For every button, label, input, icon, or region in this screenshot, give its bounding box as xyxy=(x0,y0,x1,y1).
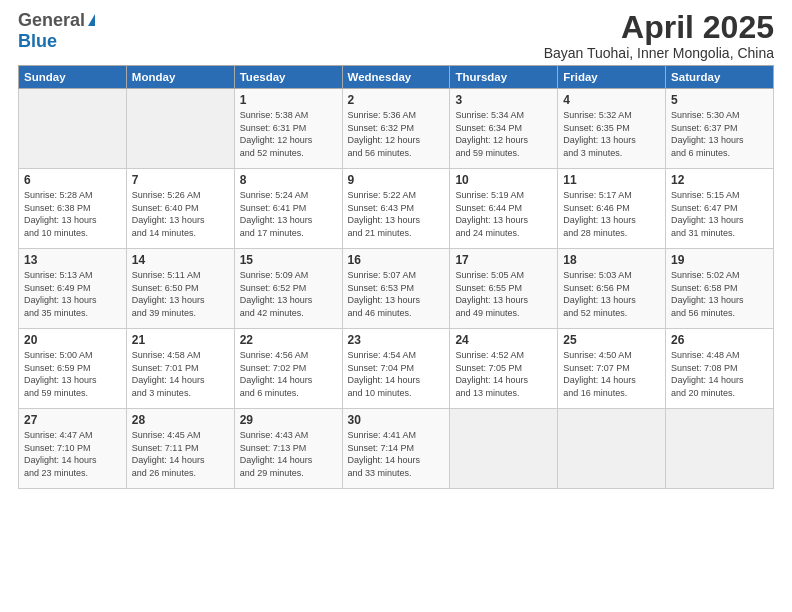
day-number: 23 xyxy=(348,333,445,347)
calendar-cell: 13Sunrise: 5:13 AM Sunset: 6:49 PM Dayli… xyxy=(19,249,127,329)
calendar-cell: 1Sunrise: 5:38 AM Sunset: 6:31 PM Daylig… xyxy=(234,89,342,169)
day-info: Sunrise: 5:05 AM Sunset: 6:55 PM Dayligh… xyxy=(455,269,552,319)
day-number: 8 xyxy=(240,173,337,187)
day-number: 16 xyxy=(348,253,445,267)
logo-blue: Blue xyxy=(18,31,57,51)
calendar-cell: 29Sunrise: 4:43 AM Sunset: 7:13 PM Dayli… xyxy=(234,409,342,489)
day-number: 1 xyxy=(240,93,337,107)
day-info: Sunrise: 5:02 AM Sunset: 6:58 PM Dayligh… xyxy=(671,269,768,319)
day-info: Sunrise: 4:47 AM Sunset: 7:10 PM Dayligh… xyxy=(24,429,121,479)
day-number: 9 xyxy=(348,173,445,187)
day-number: 28 xyxy=(132,413,229,427)
calendar-week-row: 20Sunrise: 5:00 AM Sunset: 6:59 PM Dayli… xyxy=(19,329,774,409)
title-block: April 2025 Bayan Tuohai, Inner Mongolia,… xyxy=(544,10,774,61)
calendar-cell: 6Sunrise: 5:28 AM Sunset: 6:38 PM Daylig… xyxy=(19,169,127,249)
day-number: 22 xyxy=(240,333,337,347)
day-info: Sunrise: 4:50 AM Sunset: 7:07 PM Dayligh… xyxy=(563,349,660,399)
day-info: Sunrise: 4:41 AM Sunset: 7:14 PM Dayligh… xyxy=(348,429,445,479)
day-number: 7 xyxy=(132,173,229,187)
day-info: Sunrise: 5:03 AM Sunset: 6:56 PM Dayligh… xyxy=(563,269,660,319)
day-number: 13 xyxy=(24,253,121,267)
calendar-week-row: 1Sunrise: 5:38 AM Sunset: 6:31 PM Daylig… xyxy=(19,89,774,169)
calendar-cell: 18Sunrise: 5:03 AM Sunset: 6:56 PM Dayli… xyxy=(558,249,666,329)
calendar-cell: 12Sunrise: 5:15 AM Sunset: 6:47 PM Dayli… xyxy=(666,169,774,249)
weekday-header: Sunday xyxy=(19,66,127,89)
calendar-week-row: 6Sunrise: 5:28 AM Sunset: 6:38 PM Daylig… xyxy=(19,169,774,249)
day-info: Sunrise: 5:09 AM Sunset: 6:52 PM Dayligh… xyxy=(240,269,337,319)
calendar-cell: 17Sunrise: 5:05 AM Sunset: 6:55 PM Dayli… xyxy=(450,249,558,329)
day-number: 26 xyxy=(671,333,768,347)
weekday-header: Thursday xyxy=(450,66,558,89)
day-number: 17 xyxy=(455,253,552,267)
day-number: 2 xyxy=(348,93,445,107)
weekday-header: Saturday xyxy=(666,66,774,89)
day-info: Sunrise: 5:32 AM Sunset: 6:35 PM Dayligh… xyxy=(563,109,660,159)
calendar-cell: 7Sunrise: 5:26 AM Sunset: 6:40 PM Daylig… xyxy=(126,169,234,249)
day-number: 25 xyxy=(563,333,660,347)
day-number: 21 xyxy=(132,333,229,347)
calendar-page: General Blue April 2025 Bayan Tuohai, In… xyxy=(0,0,792,499)
calendar-cell: 24Sunrise: 4:52 AM Sunset: 7:05 PM Dayli… xyxy=(450,329,558,409)
logo-arrow-icon xyxy=(88,14,95,26)
day-number: 30 xyxy=(348,413,445,427)
calendar-cell: 9Sunrise: 5:22 AM Sunset: 6:43 PM Daylig… xyxy=(342,169,450,249)
day-number: 18 xyxy=(563,253,660,267)
day-info: Sunrise: 5:26 AM Sunset: 6:40 PM Dayligh… xyxy=(132,189,229,239)
title-month-year: April 2025 xyxy=(544,10,774,45)
calendar-cell: 15Sunrise: 5:09 AM Sunset: 6:52 PM Dayli… xyxy=(234,249,342,329)
day-number: 15 xyxy=(240,253,337,267)
calendar-cell: 20Sunrise: 5:00 AM Sunset: 6:59 PM Dayli… xyxy=(19,329,127,409)
calendar-table: SundayMondayTuesdayWednesdayThursdayFrid… xyxy=(18,65,774,489)
calendar-cell: 23Sunrise: 4:54 AM Sunset: 7:04 PM Dayli… xyxy=(342,329,450,409)
day-number: 6 xyxy=(24,173,121,187)
day-number: 4 xyxy=(563,93,660,107)
day-number: 12 xyxy=(671,173,768,187)
calendar-cell xyxy=(558,409,666,489)
day-info: Sunrise: 5:22 AM Sunset: 6:43 PM Dayligh… xyxy=(348,189,445,239)
day-info: Sunrise: 5:00 AM Sunset: 6:59 PM Dayligh… xyxy=(24,349,121,399)
day-info: Sunrise: 4:58 AM Sunset: 7:01 PM Dayligh… xyxy=(132,349,229,399)
day-info: Sunrise: 5:13 AM Sunset: 6:49 PM Dayligh… xyxy=(24,269,121,319)
calendar-cell: 28Sunrise: 4:45 AM Sunset: 7:11 PM Dayli… xyxy=(126,409,234,489)
header: General Blue April 2025 Bayan Tuohai, In… xyxy=(18,10,774,61)
day-info: Sunrise: 5:24 AM Sunset: 6:41 PM Dayligh… xyxy=(240,189,337,239)
calendar-cell xyxy=(19,89,127,169)
day-info: Sunrise: 5:30 AM Sunset: 6:37 PM Dayligh… xyxy=(671,109,768,159)
day-number: 19 xyxy=(671,253,768,267)
day-info: Sunrise: 5:11 AM Sunset: 6:50 PM Dayligh… xyxy=(132,269,229,319)
calendar-cell: 4Sunrise: 5:32 AM Sunset: 6:35 PM Daylig… xyxy=(558,89,666,169)
day-info: Sunrise: 4:43 AM Sunset: 7:13 PM Dayligh… xyxy=(240,429,337,479)
calendar-cell: 3Sunrise: 5:34 AM Sunset: 6:34 PM Daylig… xyxy=(450,89,558,169)
weekday-header: Tuesday xyxy=(234,66,342,89)
weekday-header: Wednesday xyxy=(342,66,450,89)
day-number: 20 xyxy=(24,333,121,347)
day-number: 5 xyxy=(671,93,768,107)
logo: General Blue xyxy=(18,10,95,52)
calendar-week-row: 13Sunrise: 5:13 AM Sunset: 6:49 PM Dayli… xyxy=(19,249,774,329)
calendar-cell: 11Sunrise: 5:17 AM Sunset: 6:46 PM Dayli… xyxy=(558,169,666,249)
calendar-cell: 14Sunrise: 5:11 AM Sunset: 6:50 PM Dayli… xyxy=(126,249,234,329)
day-info: Sunrise: 5:15 AM Sunset: 6:47 PM Dayligh… xyxy=(671,189,768,239)
day-info: Sunrise: 4:45 AM Sunset: 7:11 PM Dayligh… xyxy=(132,429,229,479)
day-number: 27 xyxy=(24,413,121,427)
logo-general: General xyxy=(18,10,85,31)
day-info: Sunrise: 5:36 AM Sunset: 6:32 PM Dayligh… xyxy=(348,109,445,159)
calendar-cell: 5Sunrise: 5:30 AM Sunset: 6:37 PM Daylig… xyxy=(666,89,774,169)
day-info: Sunrise: 5:07 AM Sunset: 6:53 PM Dayligh… xyxy=(348,269,445,319)
day-number: 29 xyxy=(240,413,337,427)
calendar-cell: 25Sunrise: 4:50 AM Sunset: 7:07 PM Dayli… xyxy=(558,329,666,409)
weekday-header: Monday xyxy=(126,66,234,89)
day-info: Sunrise: 5:19 AM Sunset: 6:44 PM Dayligh… xyxy=(455,189,552,239)
calendar-cell: 22Sunrise: 4:56 AM Sunset: 7:02 PM Dayli… xyxy=(234,329,342,409)
day-info: Sunrise: 5:17 AM Sunset: 6:46 PM Dayligh… xyxy=(563,189,660,239)
day-number: 14 xyxy=(132,253,229,267)
day-info: Sunrise: 5:34 AM Sunset: 6:34 PM Dayligh… xyxy=(455,109,552,159)
calendar-cell xyxy=(126,89,234,169)
calendar-cell: 10Sunrise: 5:19 AM Sunset: 6:44 PM Dayli… xyxy=(450,169,558,249)
calendar-cell: 26Sunrise: 4:48 AM Sunset: 7:08 PM Dayli… xyxy=(666,329,774,409)
day-number: 11 xyxy=(563,173,660,187)
title-location: Bayan Tuohai, Inner Mongolia, China xyxy=(544,45,774,61)
day-info: Sunrise: 5:38 AM Sunset: 6:31 PM Dayligh… xyxy=(240,109,337,159)
day-info: Sunrise: 4:54 AM Sunset: 7:04 PM Dayligh… xyxy=(348,349,445,399)
weekday-header: Friday xyxy=(558,66,666,89)
